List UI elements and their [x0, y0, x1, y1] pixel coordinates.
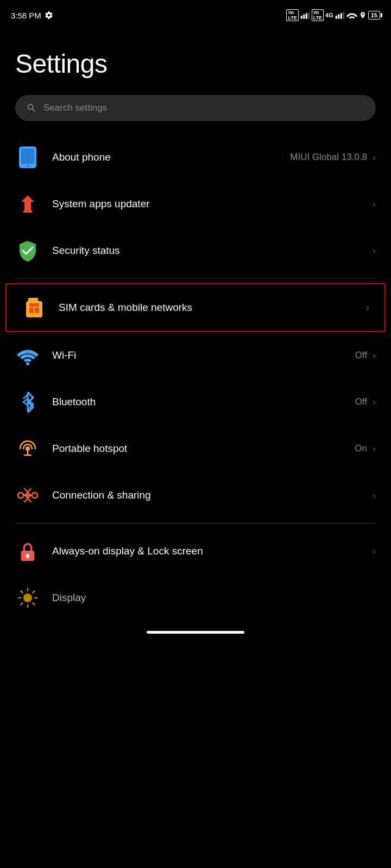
about-phone-chevron: ›: [373, 152, 376, 163]
signal-1-icon: [300, 11, 310, 19]
4g-badge: 4G: [325, 12, 333, 18]
connection-sharing-label: Connection & sharing: [52, 489, 151, 501]
display-content: Display: [52, 592, 376, 604]
search-placeholder: Search settings: [43, 103, 107, 113]
search-container[interactable]: Search settings: [0, 90, 391, 134]
settings-item-display[interactable]: Display: [0, 575, 391, 621]
display-icon-container: [15, 585, 40, 610]
svg-rect-0: [300, 16, 302, 19]
svg-rect-3: [308, 12, 310, 19]
bluetooth-right: Off ›: [355, 397, 376, 408]
settings-item-portable-hotspot[interactable]: Portable hotspot On ›: [0, 425, 391, 472]
connection-sharing-content: Connection & sharing ›: [52, 489, 376, 501]
about-phone-value: MIUI Global 13.0.8: [290, 152, 367, 163]
connection-sharing-chevron: ›: [373, 490, 376, 501]
bluetooth-content: Bluetooth Off ›: [52, 396, 376, 408]
always-on-display-chevron: ›: [373, 546, 376, 557]
page-title: Settings: [15, 49, 376, 79]
svg-rect-2: [305, 13, 307, 19]
svg-rect-16: [35, 308, 39, 313]
svg-rect-1: [303, 15, 305, 19]
bluetooth-icon-container: [15, 390, 40, 414]
settings-item-bluetooth[interactable]: Bluetooth Off ›: [0, 379, 391, 425]
sim-icon-container: [22, 295, 47, 320]
settings-item-always-on-display[interactable]: Always-on display & Lock screen ›: [0, 528, 391, 575]
bluetooth-label: Bluetooth: [52, 396, 96, 408]
always-on-display-content: Always-on display & Lock screen ›: [52, 545, 376, 557]
volte-badge-2: VoLTE: [312, 9, 324, 21]
settings-item-security-status[interactable]: Security status ›: [0, 227, 391, 274]
svg-point-21: [18, 493, 23, 498]
hotspot-value: On: [355, 443, 367, 454]
signal-2-icon: [335, 11, 345, 19]
svg-rect-25: [27, 556, 29, 559]
display-label: Display: [52, 592, 86, 604]
sim-cards-label: SIM cards & mobile networks: [59, 302, 192, 314]
svg-rect-6: [340, 13, 342, 19]
system-apps-label: System apps updater: [52, 198, 150, 210]
security-status-label: Security status: [52, 245, 120, 257]
svg-point-22: [32, 493, 37, 498]
lock-icon-container: [15, 539, 40, 564]
system-apps-right: ›: [373, 199, 376, 210]
wifi-content: Wi-Fi Off ›: [52, 349, 376, 361]
system-apps-content: System apps updater ›: [52, 198, 376, 210]
bluetooth-value: Off: [355, 397, 367, 407]
sim-cards-right: ›: [366, 302, 369, 314]
hotspot-label: Portable hotspot: [52, 443, 127, 455]
svg-rect-12: [23, 210, 32, 213]
status-bar-left: 3:58 PM: [11, 11, 53, 20]
svg-line-33: [21, 603, 23, 605]
update-icon: [18, 194, 37, 214]
hotspot-icon-container: [15, 436, 40, 461]
svg-rect-17: [29, 303, 39, 307]
search-icon: [26, 103, 37, 113]
settings-item-about-phone[interactable]: About phone MIUI Global 13.0.8 ›: [0, 134, 391, 181]
svg-rect-9: [21, 149, 34, 164]
svg-point-18: [26, 362, 29, 365]
always-on-display-right: ›: [373, 546, 376, 557]
sim-cards-content: SIM cards & mobile networks ›: [59, 302, 369, 314]
bluetooth-chevron: ›: [373, 397, 376, 408]
shield-check-icon: [17, 240, 38, 261]
bluetooth-icon: [20, 391, 35, 413]
hotspot-content: Portable hotspot On ›: [52, 443, 376, 455]
divider-2: [15, 523, 376, 524]
connection-sharing-right: ›: [373, 490, 376, 501]
volte-badge-1: VoLTE: [286, 9, 298, 21]
home-indicator: [147, 631, 244, 634]
settings-list: About phone MIUI Global 13.0.8 › System …: [0, 134, 391, 621]
bottom-area: [0, 621, 391, 642]
search-bar[interactable]: Search settings: [15, 95, 376, 121]
wifi-icon-container: [15, 343, 40, 368]
settings-item-wifi[interactable]: Wi-Fi Off ›: [0, 332, 391, 379]
svg-rect-4: [336, 16, 337, 19]
status-bar: 3:58 PM VoLTE VoLTE 4G 15: [0, 0, 391, 27]
lock-icon: [18, 540, 37, 562]
wifi-value: Off: [355, 350, 367, 361]
connection-icon: [16, 484, 39, 506]
security-status-content: Security status ›: [52, 245, 376, 257]
wifi-status-icon: [346, 11, 357, 20]
security-status-chevron: ›: [373, 245, 376, 257]
system-apps-icon-container: [15, 192, 40, 216]
svg-point-10: [27, 164, 29, 167]
connection-icon-container: [15, 483, 40, 508]
svg-point-26: [23, 593, 32, 602]
wifi-chevron: ›: [373, 350, 376, 361]
settings-item-connection-sharing[interactable]: Connection & sharing ›: [0, 472, 391, 519]
about-phone-label: About phone: [52, 151, 111, 163]
settings-item-system-apps-updater[interactable]: System apps updater ›: [0, 181, 391, 227]
about-phone-icon-container: [15, 145, 40, 170]
phone-icon: [19, 146, 36, 168]
hotspot-chevron: ›: [373, 443, 376, 455]
settings-item-sim-cards[interactable]: SIM cards & mobile networks ›: [5, 283, 386, 332]
svg-line-32: [33, 603, 35, 605]
sim-cards-chevron: ›: [366, 302, 369, 314]
battery-indicator: 15: [368, 11, 380, 20]
hotspot-right: On ›: [355, 443, 376, 455]
about-phone-content: About phone MIUI Global 13.0.8 ›: [52, 151, 376, 163]
display-icon: [17, 588, 38, 608]
security-icon-container: [15, 238, 40, 263]
svg-rect-5: [338, 15, 339, 19]
